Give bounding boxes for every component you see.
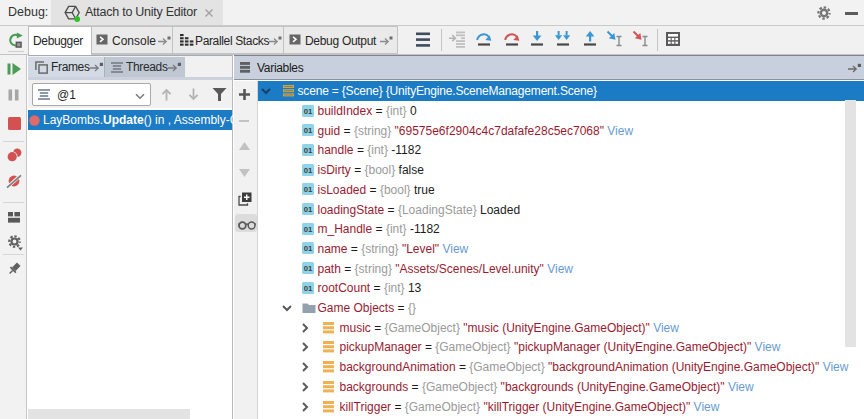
svg-text:01: 01 [304, 166, 313, 175]
svg-text:01: 01 [304, 185, 313, 194]
svg-text:01: 01 [304, 244, 313, 253]
svg-text:01: 01 [304, 146, 313, 155]
svg-text:01: 01 [304, 264, 313, 273]
svg-text:01: 01 [304, 126, 313, 135]
svg-text:01: 01 [304, 205, 313, 214]
svg-text:01: 01 [304, 107, 313, 116]
svg-text:01: 01 [304, 284, 313, 293]
svg-text:01: 01 [304, 225, 313, 234]
